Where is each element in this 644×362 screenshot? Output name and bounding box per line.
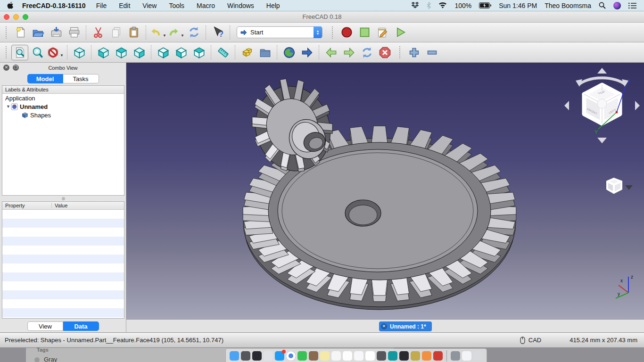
tree-item-shapes[interactable]: Shapes — [2, 111, 124, 119]
new-document-button[interactable] — [11, 25, 29, 41]
dropbox-icon[interactable] — [411, 2, 419, 9]
tree-header[interactable]: Labels & Attributes — [2, 86, 124, 94]
view-isometric-button[interactable] — [70, 44, 88, 60]
menubar-user[interactable]: Theo Boomsma — [545, 2, 591, 9]
property-row[interactable] — [2, 237, 124, 246]
dock-item-itunes[interactable] — [354, 351, 363, 361]
dropdown-arrow-icon[interactable]: ▼ — [163, 33, 166, 41]
menubar-clock[interactable]: Sun 1:46 PM — [499, 2, 537, 9]
menu-macro[interactable]: Macro — [197, 2, 215, 9]
dock-item-facetime[interactable] — [297, 351, 307, 361]
fit-selection-button[interactable] — [28, 44, 46, 60]
toolbar-handle[interactable] — [6, 26, 8, 39]
open-start-page-button[interactable] — [298, 44, 316, 60]
dock-item-dictionary[interactable] — [309, 351, 318, 361]
document-tab[interactable]: ✕ Unnamed : 1* — [379, 321, 432, 331]
wifi-icon[interactable] — [438, 2, 447, 9]
fit-all-button[interactable] — [11, 45, 28, 60]
dock-item-arduino[interactable] — [388, 351, 397, 361]
property-row[interactable] — [2, 255, 124, 263]
tab-model[interactable]: Model — [27, 74, 63, 83]
menu-tools[interactable]: Tools — [169, 2, 184, 9]
dock-item-trash[interactable] — [473, 351, 483, 361]
dropdown-arrow-icon[interactable]: ▼ — [181, 33, 184, 41]
open-document-button[interactable] — [29, 25, 47, 41]
window-titlebar[interactable]: FreeCAD 0.18 — [0, 11, 644, 23]
toolbar-handle[interactable] — [399, 46, 401, 58]
view-right-button[interactable] — [130, 44, 148, 60]
folder-button[interactable] — [256, 44, 274, 60]
property-row[interactable] — [2, 299, 124, 308]
whats-this-button[interactable]: ? — [209, 25, 227, 41]
minicube-dropdown-icon[interactable] — [625, 185, 633, 190]
property-row[interactable] — [2, 246, 124, 255]
view-rear-button[interactable] — [154, 44, 172, 60]
undo-button[interactable]: ▼ — [149, 25, 167, 41]
spotlight-icon[interactable] — [599, 2, 606, 9]
notification-center-icon[interactable] — [628, 2, 636, 9]
dock-item-downloads[interactable] — [451, 351, 460, 361]
expand-arrow-icon[interactable]: ▼ — [6, 104, 11, 109]
dock-item-finder[interactable] — [230, 351, 239, 361]
property-column-header[interactable]: Property — [2, 203, 52, 208]
dock-item-sublime-text[interactable] — [422, 351, 431, 361]
property-row[interactable] — [2, 272, 124, 281]
measure-distance-button[interactable] — [214, 44, 232, 60]
property-row[interactable] — [2, 228, 124, 237]
save-document-button[interactable] — [47, 25, 65, 41]
active-app-name[interactable]: FreeCAD-0.18-16110 — [22, 2, 86, 9]
workbench-stepper-icon[interactable]: ▲▼ — [314, 26, 322, 38]
dock-item-documents[interactable] — [462, 351, 471, 361]
siri-icon[interactable] — [613, 2, 621, 9]
macro-edit-button[interactable] — [373, 25, 391, 41]
view-front-button[interactable] — [94, 44, 112, 60]
3d-viewport[interactable]: TOP FRONT LEFT Z Y z x — [126, 63, 644, 319]
menu-windows[interactable]: Windows — [227, 2, 254, 9]
value-column-header[interactable]: Value — [52, 203, 67, 208]
close-document-tab-icon[interactable]: ✕ — [381, 323, 387, 329]
menu-edit[interactable]: Edit — [119, 2, 130, 9]
dock-item-photo-booth[interactable] — [377, 351, 386, 361]
navigation-cube[interactable]: TOP FRONT LEFT Z Y — [562, 65, 642, 149]
dock-item-terminal[interactable] — [399, 351, 409, 361]
apple-menu-icon[interactable] — [7, 1, 14, 9]
view-bottom-button[interactable] — [172, 44, 190, 60]
workbench-selector[interactable]: Start▲▼ — [237, 26, 322, 38]
part-blocks-button[interactable] — [238, 44, 256, 60]
macro-execute-button[interactable] — [391, 25, 409, 41]
paste-button[interactable] — [125, 25, 143, 41]
view-left-button[interactable] — [190, 44, 208, 60]
dock-item-photos[interactable] — [365, 351, 375, 361]
toolbar-handle[interactable] — [6, 46, 8, 58]
web-forward-button[interactable] — [340, 44, 358, 60]
bluetooth-icon[interactable] — [427, 2, 431, 9]
macro-stop-button[interactable] — [355, 25, 373, 41]
macro-record-button[interactable] — [338, 25, 355, 41]
finder-tag-gray[interactable]: Gray — [44, 356, 57, 362]
menu-file[interactable]: File — [96, 2, 107, 9]
dock-item-notes[interactable] — [320, 351, 330, 361]
property-row[interactable] — [2, 263, 124, 272]
menu-help[interactable]: Help — [266, 2, 280, 9]
property-row[interactable] — [2, 308, 124, 317]
dock-item-launchpad[interactable] — [241, 351, 250, 361]
tab-view[interactable]: View — [27, 321, 63, 331]
print-button[interactable] — [65, 25, 83, 41]
menu-view[interactable]: View — [142, 2, 157, 9]
tree-item-document[interactable]: ▼ Unnamed — [2, 102, 124, 111]
dock-item-reminders[interactable] — [343, 351, 352, 361]
tab-tasks[interactable]: Tasks — [63, 74, 99, 83]
cut-button[interactable] — [89, 25, 107, 41]
panel-splitter[interactable] — [0, 197, 126, 200]
dropdown-arrow-icon[interactable]: ▼ — [60, 53, 64, 60]
nav-minicube[interactable] — [605, 175, 636, 196]
refresh-button[interactable] — [185, 25, 203, 41]
web-home-button[interactable] — [280, 44, 298, 60]
nav-style-indicator[interactable]: CAD — [520, 337, 541, 344]
view-top-button[interactable] — [112, 44, 130, 60]
dock-item-calendar[interactable] — [331, 351, 341, 361]
battery-icon[interactable] — [479, 2, 491, 8]
web-refresh-button[interactable] — [358, 44, 376, 60]
dock-item-system-preferences[interactable] — [433, 351, 443, 361]
tree-root-application[interactable]: Application — [2, 94, 124, 102]
